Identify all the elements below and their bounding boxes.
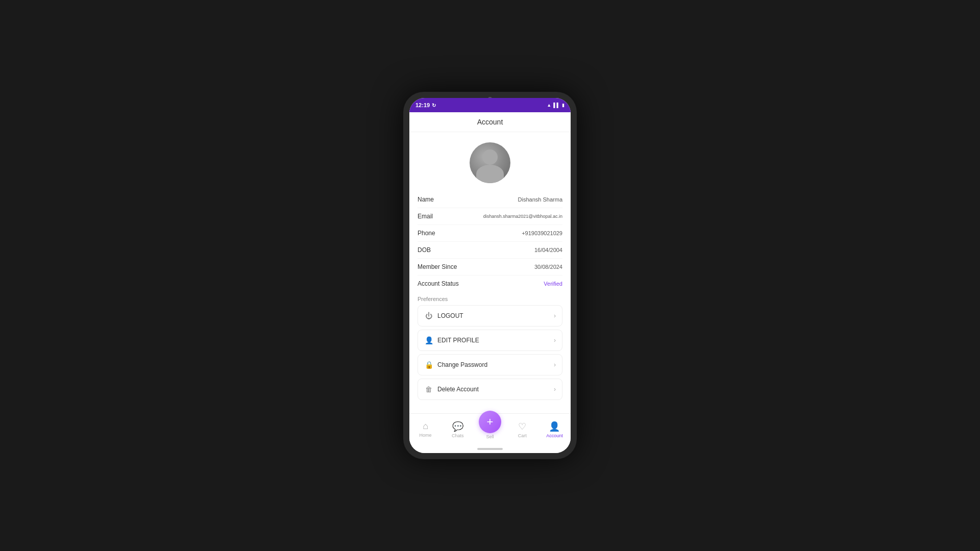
sell-plus-icon: + <box>487 416 494 428</box>
app-header: Account <box>409 112 571 132</box>
scroll-content: Name Dishansh Sharma Email dishansh.shar… <box>409 132 571 413</box>
name-row: Name Dishansh Sharma <box>418 191 562 208</box>
name-label: Name <box>418 196 434 203</box>
change-password-label: Change Password <box>437 361 487 368</box>
logout-chevron: › <box>554 312 556 319</box>
avatar[interactable] <box>470 142 510 183</box>
avatar-section <box>409 132 571 191</box>
sell-button[interactable]: + <box>479 411 501 433</box>
avatar-body <box>476 165 504 183</box>
phone-frame: 12:19 ↻ ▲ ▌▌ ▮ Account <box>403 92 577 459</box>
status-time: 12:19 ↻ <box>415 102 436 108</box>
nav-home[interactable]: ⌂ Home <box>409 421 442 438</box>
home-label: Home <box>420 433 432 438</box>
dob-row: DOB 16/04/2004 <box>418 242 562 259</box>
status-icons: ▲ ▌▌ ▮ <box>547 103 565 108</box>
gesture-bar <box>477 448 503 450</box>
phone-value: +919039021029 <box>522 230 562 236</box>
dob-label: DOB <box>418 246 431 254</box>
battery-icon: ▮ <box>562 103 565 108</box>
dob-value: 16/04/2004 <box>534 247 562 253</box>
change-password-chevron: › <box>554 361 556 368</box>
edit-profile-label: EDIT PROFILE <box>437 337 479 344</box>
account-status-row: Account Status Verified <box>418 276 562 292</box>
edit-profile-icon: 👤 <box>424 336 433 345</box>
member-since-value: 30/08/2024 <box>534 264 562 270</box>
name-value: Dishansh Sharma <box>518 196 562 203</box>
account-status-value: Verified <box>544 281 562 287</box>
phone-screen: 12:19 ↻ ▲ ▌▌ ▮ Account <box>409 98 571 453</box>
email-label: Email <box>418 213 433 220</box>
member-since-label: Member Since <box>418 263 457 270</box>
sync-icon: ↻ <box>432 103 436 108</box>
gesture-area <box>409 445 571 453</box>
nav-chats[interactable]: 💬 Chats <box>442 421 474 438</box>
chats-icon: 💬 <box>452 421 463 432</box>
change-password-button[interactable]: 🔒 Change Password › <box>418 354 562 375</box>
delete-account-button[interactable]: 🗑 Delete Account › <box>418 379 562 400</box>
bottom-nav: ⌂ Home 💬 Chats + Sell ♡ Cart 👤 Account <box>409 413 571 445</box>
change-password-icon: 🔒 <box>424 360 433 369</box>
sell-label: Sell <box>486 434 494 439</box>
preferences-label: Preferences <box>418 296 562 302</box>
page-title: Account <box>477 118 503 126</box>
account-label: Account <box>546 433 563 438</box>
home-icon: ⌂ <box>423 421 428 432</box>
preferences-section: Preferences ⏻ LOGOUT › 👤 EDIT PROFILE › <box>409 292 571 400</box>
email-row: Email dishansh.sharma2021@vitbhopal.ac.i… <box>418 208 562 225</box>
signal-icon: ▌▌ <box>553 103 560 108</box>
logout-button[interactable]: ⏻ LOGOUT › <box>418 305 562 327</box>
nav-sell[interactable]: + Sell <box>474 420 506 439</box>
status-bar: 12:19 ↻ ▲ ▌▌ ▮ <box>409 98 571 112</box>
avatar-head <box>482 149 498 165</box>
phone-label: Phone <box>418 230 435 237</box>
phone-row: Phone +919039021029 <box>418 225 562 242</box>
email-value: dishansh.sharma2021@vitbhopal.ac.in <box>483 214 562 219</box>
member-since-row: Member Since 30/08/2024 <box>418 259 562 276</box>
logout-icon: ⏻ <box>424 311 433 320</box>
nav-account[interactable]: 👤 Account <box>538 421 571 438</box>
logout-label: LOGOUT <box>437 312 463 319</box>
cart-label: Cart <box>518 433 527 438</box>
edit-profile-chevron: › <box>554 337 556 344</box>
wifi-icon: ▲ <box>547 103 551 108</box>
profile-info: Name Dishansh Sharma Email dishansh.shar… <box>409 191 571 292</box>
account-icon: 👤 <box>549 421 560 432</box>
nav-cart[interactable]: ♡ Cart <box>506 421 538 438</box>
account-status-label: Account Status <box>418 280 459 287</box>
chats-label: Chats <box>452 433 464 438</box>
delete-account-icon: 🗑 <box>424 385 433 394</box>
delete-account-chevron: › <box>554 386 556 393</box>
delete-account-label: Delete Account <box>437 386 479 393</box>
cart-icon: ♡ <box>518 421 526 432</box>
edit-profile-button[interactable]: 👤 EDIT PROFILE › <box>418 330 562 351</box>
